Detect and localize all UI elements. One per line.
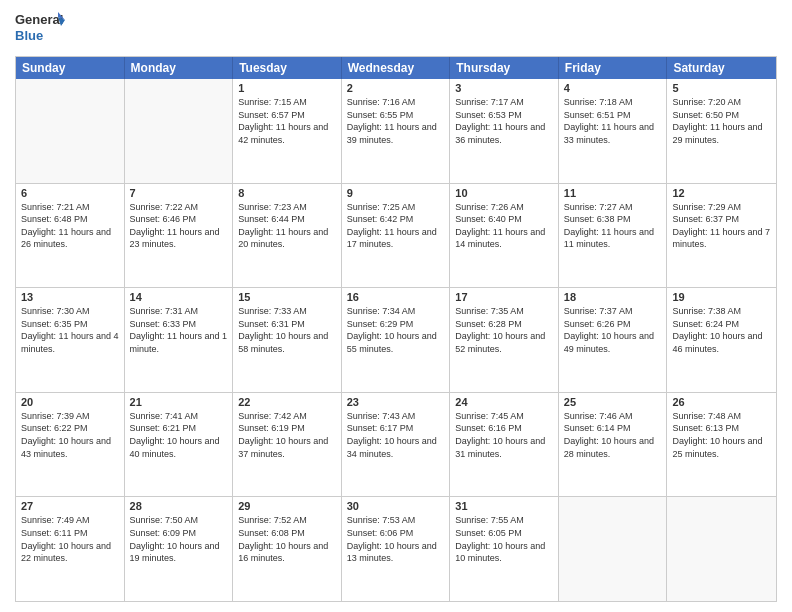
day-info: Sunrise: 7:42 AM Sunset: 6:19 PM Dayligh…	[238, 410, 336, 460]
day-info: Sunrise: 7:55 AM Sunset: 6:05 PM Dayligh…	[455, 514, 553, 564]
day-cell-7: 7Sunrise: 7:22 AM Sunset: 6:46 PM Daylig…	[125, 184, 234, 288]
day-number: 3	[455, 82, 553, 94]
day-cell-9: 9Sunrise: 7:25 AM Sunset: 6:42 PM Daylig…	[342, 184, 451, 288]
day-number: 27	[21, 500, 119, 512]
day-info: Sunrise: 7:15 AM Sunset: 6:57 PM Dayligh…	[238, 96, 336, 146]
page: General Blue SundayMondayTuesdayWednesda…	[0, 0, 792, 612]
day-header-sunday: Sunday	[16, 57, 125, 79]
empty-cell	[16, 79, 125, 183]
day-number: 12	[672, 187, 771, 199]
day-info: Sunrise: 7:41 AM Sunset: 6:21 PM Dayligh…	[130, 410, 228, 460]
day-number: 22	[238, 396, 336, 408]
day-header-thursday: Thursday	[450, 57, 559, 79]
empty-cell	[559, 497, 668, 601]
day-number: 24	[455, 396, 553, 408]
day-cell-1: 1Sunrise: 7:15 AM Sunset: 6:57 PM Daylig…	[233, 79, 342, 183]
week-row-5: 27Sunrise: 7:49 AM Sunset: 6:11 PM Dayli…	[16, 497, 776, 601]
empty-cell	[667, 497, 776, 601]
day-number: 20	[21, 396, 119, 408]
day-cell-21: 21Sunrise: 7:41 AM Sunset: 6:21 PM Dayli…	[125, 393, 234, 497]
day-number: 25	[564, 396, 662, 408]
svg-text:General: General	[15, 12, 63, 27]
day-number: 7	[130, 187, 228, 199]
day-number: 19	[672, 291, 771, 303]
day-cell-22: 22Sunrise: 7:42 AM Sunset: 6:19 PM Dayli…	[233, 393, 342, 497]
day-number: 31	[455, 500, 553, 512]
day-info: Sunrise: 7:18 AM Sunset: 6:51 PM Dayligh…	[564, 96, 662, 146]
day-info: Sunrise: 7:49 AM Sunset: 6:11 PM Dayligh…	[21, 514, 119, 564]
day-number: 10	[455, 187, 553, 199]
day-number: 15	[238, 291, 336, 303]
day-number: 9	[347, 187, 445, 199]
day-cell-8: 8Sunrise: 7:23 AM Sunset: 6:44 PM Daylig…	[233, 184, 342, 288]
day-number: 29	[238, 500, 336, 512]
day-cell-11: 11Sunrise: 7:27 AM Sunset: 6:38 PM Dayli…	[559, 184, 668, 288]
calendar-header: SundayMondayTuesdayWednesdayThursdayFrid…	[16, 57, 776, 79]
week-row-4: 20Sunrise: 7:39 AM Sunset: 6:22 PM Dayli…	[16, 393, 776, 498]
day-info: Sunrise: 7:35 AM Sunset: 6:28 PM Dayligh…	[455, 305, 553, 355]
day-cell-2: 2Sunrise: 7:16 AM Sunset: 6:55 PM Daylig…	[342, 79, 451, 183]
day-info: Sunrise: 7:37 AM Sunset: 6:26 PM Dayligh…	[564, 305, 662, 355]
day-cell-24: 24Sunrise: 7:45 AM Sunset: 6:16 PM Dayli…	[450, 393, 559, 497]
day-cell-10: 10Sunrise: 7:26 AM Sunset: 6:40 PM Dayli…	[450, 184, 559, 288]
day-info: Sunrise: 7:52 AM Sunset: 6:08 PM Dayligh…	[238, 514, 336, 564]
day-header-wednesday: Wednesday	[342, 57, 451, 79]
day-number: 28	[130, 500, 228, 512]
header: General Blue	[15, 10, 777, 48]
day-number: 13	[21, 291, 119, 303]
day-cell-30: 30Sunrise: 7:53 AM Sunset: 6:06 PM Dayli…	[342, 497, 451, 601]
day-cell-15: 15Sunrise: 7:33 AM Sunset: 6:31 PM Dayli…	[233, 288, 342, 392]
day-info: Sunrise: 7:16 AM Sunset: 6:55 PM Dayligh…	[347, 96, 445, 146]
day-cell-26: 26Sunrise: 7:48 AM Sunset: 6:13 PM Dayli…	[667, 393, 776, 497]
day-cell-12: 12Sunrise: 7:29 AM Sunset: 6:37 PM Dayli…	[667, 184, 776, 288]
day-cell-5: 5Sunrise: 7:20 AM Sunset: 6:50 PM Daylig…	[667, 79, 776, 183]
day-number: 16	[347, 291, 445, 303]
day-number: 23	[347, 396, 445, 408]
day-header-friday: Friday	[559, 57, 668, 79]
day-info: Sunrise: 7:29 AM Sunset: 6:37 PM Dayligh…	[672, 201, 771, 251]
day-number: 5	[672, 82, 771, 94]
logo-svg: General Blue	[15, 10, 65, 48]
day-cell-3: 3Sunrise: 7:17 AM Sunset: 6:53 PM Daylig…	[450, 79, 559, 183]
day-info: Sunrise: 7:22 AM Sunset: 6:46 PM Dayligh…	[130, 201, 228, 251]
day-info: Sunrise: 7:31 AM Sunset: 6:33 PM Dayligh…	[130, 305, 228, 355]
day-number: 11	[564, 187, 662, 199]
day-number: 2	[347, 82, 445, 94]
day-info: Sunrise: 7:30 AM Sunset: 6:35 PM Dayligh…	[21, 305, 119, 355]
week-row-1: 1Sunrise: 7:15 AM Sunset: 6:57 PM Daylig…	[16, 79, 776, 184]
day-header-tuesday: Tuesday	[233, 57, 342, 79]
day-number: 4	[564, 82, 662, 94]
day-info: Sunrise: 7:39 AM Sunset: 6:22 PM Dayligh…	[21, 410, 119, 460]
day-header-monday: Monday	[125, 57, 234, 79]
day-number: 18	[564, 291, 662, 303]
day-info: Sunrise: 7:45 AM Sunset: 6:16 PM Dayligh…	[455, 410, 553, 460]
day-number: 26	[672, 396, 771, 408]
day-number: 14	[130, 291, 228, 303]
calendar-body: 1Sunrise: 7:15 AM Sunset: 6:57 PM Daylig…	[16, 79, 776, 601]
day-info: Sunrise: 7:21 AM Sunset: 6:48 PM Dayligh…	[21, 201, 119, 251]
day-cell-18: 18Sunrise: 7:37 AM Sunset: 6:26 PM Dayli…	[559, 288, 668, 392]
day-number: 30	[347, 500, 445, 512]
day-cell-19: 19Sunrise: 7:38 AM Sunset: 6:24 PM Dayli…	[667, 288, 776, 392]
day-cell-13: 13Sunrise: 7:30 AM Sunset: 6:35 PM Dayli…	[16, 288, 125, 392]
day-info: Sunrise: 7:20 AM Sunset: 6:50 PM Dayligh…	[672, 96, 771, 146]
day-cell-17: 17Sunrise: 7:35 AM Sunset: 6:28 PM Dayli…	[450, 288, 559, 392]
day-cell-23: 23Sunrise: 7:43 AM Sunset: 6:17 PM Dayli…	[342, 393, 451, 497]
day-info: Sunrise: 7:50 AM Sunset: 6:09 PM Dayligh…	[130, 514, 228, 564]
day-number: 6	[21, 187, 119, 199]
day-info: Sunrise: 7:17 AM Sunset: 6:53 PM Dayligh…	[455, 96, 553, 146]
day-cell-31: 31Sunrise: 7:55 AM Sunset: 6:05 PM Dayli…	[450, 497, 559, 601]
day-info: Sunrise: 7:53 AM Sunset: 6:06 PM Dayligh…	[347, 514, 445, 564]
day-header-saturday: Saturday	[667, 57, 776, 79]
day-info: Sunrise: 7:38 AM Sunset: 6:24 PM Dayligh…	[672, 305, 771, 355]
empty-cell	[125, 79, 234, 183]
day-info: Sunrise: 7:33 AM Sunset: 6:31 PM Dayligh…	[238, 305, 336, 355]
svg-text:Blue: Blue	[15, 28, 43, 43]
day-cell-27: 27Sunrise: 7:49 AM Sunset: 6:11 PM Dayli…	[16, 497, 125, 601]
day-number: 1	[238, 82, 336, 94]
day-number: 21	[130, 396, 228, 408]
week-row-3: 13Sunrise: 7:30 AM Sunset: 6:35 PM Dayli…	[16, 288, 776, 393]
day-cell-16: 16Sunrise: 7:34 AM Sunset: 6:29 PM Dayli…	[342, 288, 451, 392]
day-cell-28: 28Sunrise: 7:50 AM Sunset: 6:09 PM Dayli…	[125, 497, 234, 601]
day-info: Sunrise: 7:25 AM Sunset: 6:42 PM Dayligh…	[347, 201, 445, 251]
